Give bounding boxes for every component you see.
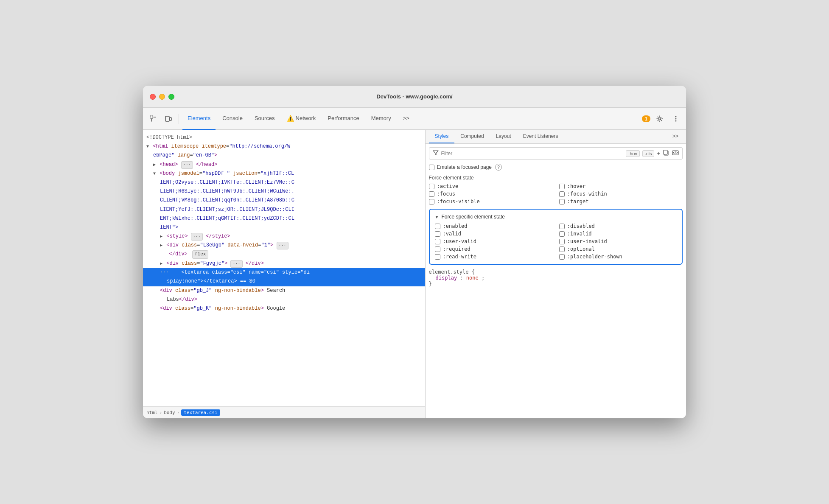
state-focus-visible-checkbox[interactable] xyxy=(429,199,434,204)
more-options-button[interactable] xyxy=(669,112,683,126)
state-placeholder-shown-checkbox[interactable] xyxy=(559,254,565,260)
breadcrumb-body[interactable]: body xyxy=(164,410,175,415)
tab-more[interactable]: >> xyxy=(398,108,414,130)
force-specific-title: ▼ Force specific element state xyxy=(435,214,677,220)
state-placeholder-shown[interactable]: :placeholder-shown xyxy=(559,254,677,260)
dom-head-line[interactable]: ▶ <head> ··· </head> xyxy=(143,160,425,169)
dom-panel: <!DOCTYPE html> ▼ <html itemscope itemty… xyxy=(143,130,426,418)
collapse-style-icon[interactable]: ▶ xyxy=(160,234,162,239)
network-warning-icon: ⚠️ xyxy=(287,115,294,122)
state-user-valid-checkbox[interactable] xyxy=(435,239,440,244)
dom-body-cont2: LIENT;R6Slyc:.CLIENT;hWT9Jb:.CLIENT;WCul… xyxy=(143,187,425,196)
tab-memory[interactable]: Memory xyxy=(366,108,396,130)
state-invalid-checkbox[interactable] xyxy=(559,231,565,237)
state-read-write[interactable]: :read-write xyxy=(435,254,552,260)
state-focus[interactable]: :focus xyxy=(429,191,552,197)
breadcrumb-textarea[interactable]: textarea.csi xyxy=(181,409,220,416)
state-user-valid[interactable]: :user-valid xyxy=(435,238,552,244)
emulate-focused-label[interactable]: Emulate a focused page xyxy=(429,164,492,170)
dom-style-line[interactable]: ▶ <style> ··· </style> xyxy=(143,232,425,241)
emulate-focused-checkbox[interactable] xyxy=(429,165,434,170)
add-style-rule-button[interactable]: + xyxy=(657,150,660,157)
dom-breadcrumb: html › body › textarea.csi xyxy=(143,406,425,418)
state-active[interactable]: :active xyxy=(429,183,552,189)
state-enabled-checkbox[interactable] xyxy=(435,224,440,229)
state-enabled[interactable]: :enabled xyxy=(435,223,552,229)
div1-ellipsis[interactable]: ··· xyxy=(277,242,288,249)
state-focus-within[interactable]: :focus-within xyxy=(559,191,683,197)
state-required[interactable]: :required xyxy=(435,246,552,252)
maximize-button[interactable] xyxy=(168,94,174,100)
force-state-title: Force element state xyxy=(429,175,683,181)
div2-ellipsis[interactable]: ··· xyxy=(230,260,242,268)
tab-styles[interactable]: Styles xyxy=(429,130,455,143)
dom-textarea-selected[interactable]: ··· <textarea class="csi" name="csi" sty… xyxy=(143,268,425,277)
expand-icon[interactable]: ▼ xyxy=(146,144,149,149)
state-disabled[interactable]: :disabled xyxy=(559,223,677,229)
help-icon[interactable]: ? xyxy=(495,164,502,171)
triangle-down-icon[interactable]: ▼ xyxy=(435,215,439,219)
state-disabled-checkbox[interactable] xyxy=(559,224,565,229)
device-toolbar-button[interactable] xyxy=(162,112,175,126)
element-state-button[interactable] xyxy=(672,149,679,157)
expand-body-icon[interactable]: ▼ xyxy=(153,171,156,176)
collapse-div1-icon[interactable]: ▶ xyxy=(160,243,162,248)
state-optional-checkbox[interactable] xyxy=(559,246,565,252)
tab-sources[interactable]: Sources xyxy=(249,108,280,130)
dom-doctype-line: <!DOCTYPE html> xyxy=(143,133,425,142)
dom-div-l3eugb[interactable]: ▶ <div class="L3eUgb" data-hveid="1"> ··… xyxy=(143,241,425,250)
state-valid-checkbox[interactable] xyxy=(435,231,440,237)
copy-styles-button[interactable] xyxy=(663,149,669,157)
state-hover-checkbox[interactable] xyxy=(559,184,565,189)
state-user-invalid[interactable]: :user-invalid xyxy=(559,238,677,244)
dom-body-open: ▼ <body jsmodel="hspDDf " jsaction="xjhT… xyxy=(143,169,425,178)
state-read-write-checkbox[interactable] xyxy=(435,254,440,260)
state-focus-checkbox[interactable] xyxy=(429,191,434,197)
tab-computed[interactable]: Computed xyxy=(454,130,490,143)
tab-performance[interactable]: Performance xyxy=(322,108,364,130)
state-hover[interactable]: :hover xyxy=(559,183,683,189)
state-valid[interactable]: :valid xyxy=(435,231,552,237)
warning-badge: 1 xyxy=(642,115,650,122)
hov-pill[interactable]: :hov xyxy=(626,150,640,157)
tab-network[interactable]: ⚠️ Network xyxy=(282,108,321,130)
close-button[interactable] xyxy=(150,94,156,100)
tab-elements[interactable]: Elements xyxy=(182,108,216,130)
state-active-checkbox[interactable] xyxy=(429,184,434,189)
dom-div-fgvgjc[interactable]: ▶ <div class="Fgvgjc"> ··· </div> xyxy=(143,259,425,268)
head-ellipsis[interactable]: ··· xyxy=(181,161,193,169)
filter-input[interactable] xyxy=(441,151,624,157)
svg-rect-8 xyxy=(664,150,667,154)
settings-button[interactable] xyxy=(653,112,667,126)
dom-div-l3eugb-close: </div> flex xyxy=(143,250,425,259)
devtools-window: DevTools - www.google.com/ Elements Cons… xyxy=(143,86,686,418)
state-required-checkbox[interactable] xyxy=(435,246,440,252)
dom-body-cont4: LIENT;YcfJ:.CLIENT;szjOR:.CLIENT;JL9QDc:… xyxy=(143,205,425,214)
state-target[interactable]: :target xyxy=(559,199,683,204)
inspect-element-button[interactable] xyxy=(146,112,160,126)
minimize-button[interactable] xyxy=(159,94,165,100)
tab-event-listeners[interactable]: Event Listeners xyxy=(517,130,564,143)
collapse-icon[interactable]: ▶ xyxy=(153,162,156,167)
styles-panel: Styles Computed Layout Event Listeners >… xyxy=(426,130,686,418)
flex-badge[interactable]: flex xyxy=(192,250,208,259)
tab-layout[interactable]: Layout xyxy=(490,130,517,143)
state-invalid[interactable]: :invalid xyxy=(559,231,677,237)
traffic-lights xyxy=(150,94,174,100)
breadcrumb-html[interactable]: html xyxy=(146,410,158,415)
state-focus-visible[interactable]: :focus-visible xyxy=(429,199,552,204)
state-focus-within-checkbox[interactable] xyxy=(559,191,565,197)
style-ellipsis[interactable]: ··· xyxy=(191,233,203,241)
cls-pill[interactable]: .cls xyxy=(642,150,655,157)
state-target-checkbox[interactable] xyxy=(559,199,565,204)
dom-tree[interactable]: <!DOCTYPE html> ▼ <html itemscope itemty… xyxy=(143,130,425,406)
tab-console[interactable]: Console xyxy=(217,108,248,130)
collapse-div2-icon[interactable]: ▶ xyxy=(160,261,162,266)
state-optional[interactable]: :optional xyxy=(559,246,677,252)
svg-point-5 xyxy=(675,118,677,119)
dom-html-cont: ebPage" lang="en-GB"> xyxy=(143,151,425,160)
element-style-rule-line: element.style { xyxy=(429,269,683,275)
state-user-invalid-checkbox[interactable] xyxy=(559,239,565,244)
styles-more-tabs[interactable]: >> xyxy=(668,130,683,143)
svg-rect-2 xyxy=(170,118,171,120)
